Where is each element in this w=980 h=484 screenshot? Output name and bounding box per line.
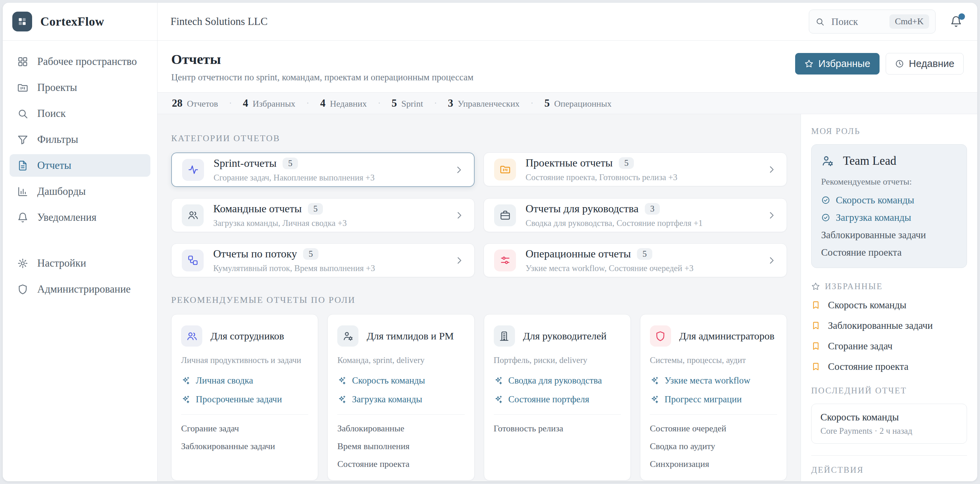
category-card-team[interactable]: Командные отчеты 5 Загрузка команды, Лич… — [171, 198, 475, 232]
report-extra[interactable]: Сгорание задач — [181, 424, 308, 434]
report-link-label: Загрузка команды — [836, 212, 911, 223]
favorites-list: Скорость команды Заблокированные задачи … — [811, 299, 967, 372]
category-title-row: Командные отчеты 5 — [213, 202, 347, 215]
report-link[interactable]: Скорость команды — [337, 375, 465, 386]
last-report-meta: Core Payments · 2 ч назад — [821, 426, 958, 436]
role-card-subtitle: Системы, процессы, аудит — [650, 355, 777, 365]
stats-separator — [434, 98, 437, 108]
report-link[interactable]: Загрузка команды — [337, 394, 465, 405]
category-title: Sprint-отчеты — [213, 157, 277, 170]
report-extra[interactable]: Синхронизация — [650, 459, 777, 469]
category-title: Отчеты для руководства — [525, 202, 639, 215]
sidebar-item-workspace[interactable]: Рабочее пространство — [10, 50, 150, 73]
report-link[interactable]: Сводка для руководства — [494, 375, 621, 386]
chevron-right-icon — [455, 256, 464, 265]
sparkles-icon — [650, 395, 659, 404]
report-extra[interactable]: Заблокированные — [337, 424, 465, 434]
stats-separator — [306, 98, 309, 108]
role-chip — [494, 325, 515, 347]
sidebar-item-reports[interactable]: Отчеты — [10, 154, 150, 177]
role-card-subtitle: Команда, sprint, delivery — [337, 355, 465, 365]
category-card-flow[interactable]: Отчеты по потоку 5 Кумулятивный поток, В… — [171, 244, 475, 277]
role-card-links: Личная сводка Просроченные задачи — [181, 375, 308, 405]
bookmark-icon — [811, 341, 821, 351]
report-link[interactable]: Личная сводка — [181, 375, 308, 386]
search-icon — [17, 108, 29, 119]
category-count-badge: 5 — [303, 248, 318, 260]
sidebar-item-settings[interactable]: Настройки — [10, 252, 150, 274]
role-card-subtitle: Портфель, риски, delivery — [494, 355, 621, 365]
search-icon — [815, 17, 824, 26]
sidebar-item-filters[interactable]: Фильтры — [10, 128, 150, 151]
stats-bar: 28Отчетов 4Избранных 4Недавних 5Sprint 3… — [158, 92, 977, 114]
role-card-head: Для руководителей — [494, 325, 621, 347]
report-link[interactable]: Скорость команды — [821, 194, 957, 206]
report-extra[interactable]: Состояние очередей — [650, 424, 777, 434]
report-extra[interactable]: Сводка по аудиту — [650, 441, 777, 452]
category-card-project[interactable]: Проектные отчеты 5 Состояние проекта, Го… — [484, 153, 787, 186]
recommended-label: Рекомендуемые отчеты: — [821, 177, 957, 187]
global-search[interactable]: Cmd+K — [809, 10, 935, 33]
role-card-teamleads: Для тимлидов и PM Команда, sprint, deliv… — [327, 314, 474, 481]
report-link-label: Скорость команды — [836, 194, 915, 206]
favorites-button-label: Избранные — [818, 58, 870, 69]
search-input[interactable] — [830, 16, 883, 28]
sparkles-icon — [337, 395, 347, 404]
recent-button[interactable]: Недавние — [886, 53, 964, 75]
sidebar-item-notifications[interactable]: Уведомления — [10, 206, 150, 229]
report-link[interactable]: Загрузка команды — [821, 212, 957, 223]
category-chip — [494, 159, 516, 180]
stat-favorites: 4Избранных — [243, 97, 296, 109]
report-extra[interactable]: Заблокированные задачи — [821, 229, 957, 240]
bell-icon — [17, 212, 29, 223]
sparkles-icon — [181, 395, 190, 404]
report-extra[interactable]: Готовность релиза — [494, 424, 621, 434]
category-desc: Узкие места workflow, Состояние очередей… — [525, 264, 694, 273]
category-card-operational[interactable]: Операционные отчеты 5 Узкие места workfl… — [484, 244, 787, 277]
page-title: Отчеты — [171, 51, 474, 67]
last-report-card[interactable]: Скорость команды Core Payments · 2 ч наз… — [811, 404, 967, 444]
stats-separator — [377, 98, 381, 108]
notifications-button[interactable] — [948, 13, 964, 30]
layout-grid-icon — [17, 56, 29, 67]
favorites-heading: ИЗБРАННЫЕ — [811, 282, 967, 291]
sidebar-item-projects[interactable]: Проекты — [10, 76, 150, 99]
sidebar-spacer — [10, 232, 150, 248]
category-title-row: Отчеты по потоку 5 — [213, 247, 375, 260]
report-extra[interactable]: Состояние проекта — [337, 459, 465, 469]
favorite-item[interactable]: Сгорание задач — [811, 341, 967, 352]
role-chip — [650, 325, 671, 347]
favorite-item[interactable]: Заблокированные задачи — [811, 320, 967, 331]
sidebar-item-dashboards[interactable]: Дашборды — [10, 180, 150, 203]
stat-value: 5 — [544, 97, 550, 109]
report-link-label: Состояние портфеля — [509, 394, 589, 405]
category-card-management[interactable]: Отчеты для руководства 3 Сводка для руко… — [484, 198, 787, 232]
sidebar-item-search[interactable]: Поиск — [10, 102, 150, 125]
role-chip — [181, 325, 202, 347]
sidebar-item-administration[interactable]: Администрирование — [10, 278, 150, 301]
report-link[interactable]: Прогресс миграции — [650, 394, 777, 405]
roles-heading: РЕКОМЕНДУЕМЫЕ ОТЧЕТЫ ПО РОЛИ — [171, 295, 787, 305]
brand-logo — [12, 12, 32, 32]
role-card-links: Узкие места workflow Прогресс миграции — [650, 375, 777, 405]
report-extra[interactable]: Состояние проекта — [821, 247, 957, 258]
report-extra[interactable]: Заблокированные задачи — [181, 441, 308, 452]
report-link[interactable]: Просроченные задачи — [181, 394, 308, 405]
main-column: Fintech Solutions LLC Cmd+K Отчеты Центр… — [158, 3, 977, 481]
category-card-sprint[interactable]: Sprint-отчеты 5 Сгорание задач, Накоплен… — [171, 153, 475, 187]
favorite-item[interactable]: Скорость команды — [811, 299, 967, 311]
stat-reports: 28Отчетов — [172, 97, 218, 109]
stats-separator — [531, 98, 534, 108]
role-card-employees: Для сотрудников Личная продуктивность и … — [171, 314, 318, 481]
report-link[interactable]: Состояние портфеля — [494, 394, 621, 405]
page-header: Отчеты Центр отчетности по sprint, коман… — [158, 41, 977, 92]
stat-value: 3 — [448, 97, 453, 109]
stat-label: Операционных — [554, 99, 612, 109]
favorites-heading-label: ИЗБРАННЫЕ — [825, 282, 883, 291]
category-title: Командные отчеты — [213, 202, 302, 215]
favorite-item[interactable]: Состояние проекта — [811, 361, 967, 372]
report-link-label: Загрузка команды — [352, 394, 422, 405]
favorites-button[interactable]: Избранные — [795, 53, 880, 75]
report-extra[interactable]: Время выполнения — [337, 441, 465, 452]
report-link[interactable]: Узкие места workflow — [650, 375, 777, 386]
